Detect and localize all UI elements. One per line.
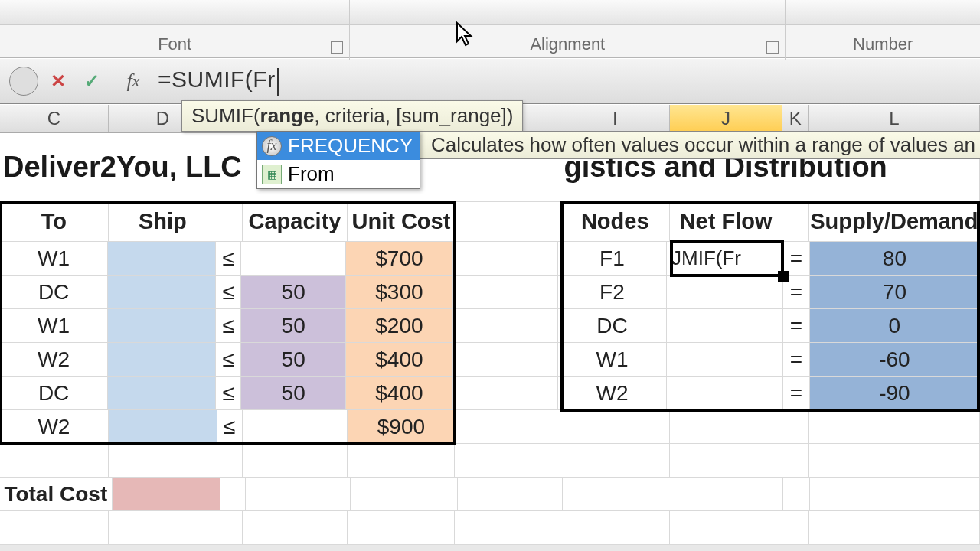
cell-ship[interactable] bbox=[108, 276, 216, 309]
ribbon-group-number: Number bbox=[786, 0, 980, 60]
formula-bar: ✕ ✓ fx =SUMIF(Fr bbox=[0, 58, 980, 104]
cell-le[interactable]: ≤ bbox=[217, 410, 243, 444]
col-header-c[interactable]: C bbox=[0, 105, 109, 132]
cell-cost[interactable]: $300 bbox=[346, 276, 452, 309]
cell-netflow[interactable] bbox=[667, 377, 783, 410]
cell-netflow[interactable] bbox=[667, 309, 783, 343]
col-header-j[interactable]: J bbox=[670, 105, 782, 132]
cell-cost[interactable]: $400 bbox=[346, 377, 452, 410]
cell-to[interactable]: DC bbox=[0, 276, 108, 309]
cell-cap[interactable] bbox=[241, 242, 346, 276]
enter-button[interactable]: ✓ bbox=[78, 67, 106, 95]
hdr-cost[interactable]: Unit Cost bbox=[348, 202, 455, 242]
cell-cap[interactable]: 50 bbox=[241, 377, 346, 410]
cell-le[interactable]: ≤ bbox=[216, 242, 241, 276]
cell-ship[interactable] bbox=[108, 309, 216, 343]
total-cost-cell[interactable] bbox=[113, 478, 220, 511]
autocomplete-description: Calculates how often values occur within… bbox=[420, 131, 980, 159]
col-header-l[interactable]: L bbox=[809, 105, 980, 132]
cell-eq[interactable]: = bbox=[783, 377, 810, 410]
cell-sd[interactable]: -90 bbox=[810, 377, 980, 410]
cell-eq[interactable]: = bbox=[783, 343, 810, 377]
cell-node[interactable]: W1 bbox=[558, 343, 667, 377]
col-header-k[interactable]: K bbox=[782, 105, 809, 132]
cell-cost[interactable]: $400 bbox=[346, 343, 452, 377]
cell-ship[interactable] bbox=[108, 343, 216, 377]
cell-sd[interactable]: 80 bbox=[810, 242, 980, 276]
cell-netflow[interactable] bbox=[667, 343, 783, 377]
cell-cost[interactable]: $900 bbox=[348, 410, 455, 444]
autocomplete-item-from[interactable]: ▦ From bbox=[257, 160, 420, 188]
cell-node[interactable]: F1 bbox=[558, 242, 667, 276]
hdr-eq[interactable] bbox=[782, 202, 809, 242]
ribbon-group-font: Font bbox=[0, 0, 349, 60]
cell-to[interactable]: W2 bbox=[0, 410, 109, 444]
cell-sd[interactable]: 70 bbox=[810, 276, 980, 309]
function-syntax-tooltip: SUMIF(range, criteria, [sum_range]) bbox=[181, 100, 523, 132]
formula-input[interactable]: =SUMIF(Fr bbox=[158, 67, 980, 95]
cell-le[interactable]: ≤ bbox=[216, 276, 241, 309]
autocomplete-label: From bbox=[288, 162, 335, 186]
cell-node[interactable]: DC bbox=[558, 309, 667, 343]
fill-handle[interactable] bbox=[778, 271, 789, 282]
blank-h[interactable] bbox=[455, 202, 560, 242]
hdr-cap[interactable]: Capacity bbox=[243, 202, 348, 242]
cell-le[interactable]: ≤ bbox=[216, 343, 241, 377]
cell-le[interactable]: ≤ bbox=[216, 309, 241, 343]
cell-netflow[interactable] bbox=[667, 276, 783, 309]
formula-text: =SUMIF(Fr bbox=[158, 67, 276, 92]
cancel-button[interactable]: ✕ bbox=[44, 67, 72, 95]
function-icon: fx bbox=[262, 136, 282, 156]
cell-node[interactable]: W2 bbox=[558, 377, 667, 410]
cell-cap[interactable]: 50 bbox=[241, 276, 346, 309]
cell-to[interactable]: W1 bbox=[0, 242, 108, 276]
hdr-netflow[interactable]: Net Flow bbox=[670, 202, 782, 242]
ribbon-group-alignment: Alignment bbox=[349, 0, 786, 60]
autocomplete-label: FREQUENCY bbox=[288, 134, 413, 158]
ribbon: Font Alignment Number bbox=[0, 0, 980, 58]
hdr-le[interactable] bbox=[217, 202, 243, 242]
autocomplete-item-frequency[interactable]: fx FREQUENCY bbox=[257, 132, 420, 160]
dialog-launcher-icon[interactable] bbox=[766, 41, 779, 54]
cell-ship[interactable] bbox=[109, 410, 217, 444]
fx-icon[interactable]: fx bbox=[119, 67, 147, 95]
cell-cap[interactable] bbox=[243, 410, 348, 444]
cell-ship[interactable] bbox=[108, 242, 216, 276]
cell-cost[interactable]: $700 bbox=[346, 242, 452, 276]
hdr-supdem[interactable]: Supply/Demand bbox=[809, 202, 980, 242]
ribbon-label-alignment: Alignment bbox=[530, 25, 605, 57]
hdr-nodes[interactable]: Nodes bbox=[560, 202, 670, 242]
ribbon-label-number: Number bbox=[853, 25, 913, 57]
cell-sd[interactable]: 0 bbox=[810, 309, 980, 343]
cell-cap[interactable]: 50 bbox=[241, 309, 346, 343]
hdr-ship[interactable]: Ship bbox=[109, 202, 217, 242]
cell-sd[interactable]: -60 bbox=[810, 343, 980, 377]
cell-to[interactable]: W1 bbox=[0, 309, 108, 343]
cell-cap[interactable]: 50 bbox=[241, 343, 346, 377]
cell-le[interactable]: ≤ bbox=[216, 377, 241, 410]
cell-to[interactable]: W2 bbox=[0, 343, 108, 377]
dialog-launcher-icon[interactable] bbox=[331, 41, 343, 54]
total-cost-label[interactable]: Total Cost bbox=[0, 478, 113, 511]
cell-ship[interactable] bbox=[108, 377, 216, 410]
autocomplete-list: fx FREQUENCY ▦ From bbox=[256, 131, 420, 189]
cell-to[interactable]: DC bbox=[0, 377, 108, 410]
col-header-i[interactable]: I bbox=[560, 105, 670, 132]
named-range-icon: ▦ bbox=[262, 165, 282, 184]
hdr-to[interactable]: To bbox=[0, 202, 109, 242]
cell-netflow[interactable]: JMIF(Fr bbox=[667, 242, 783, 276]
worksheet-grid[interactable]: C D I J K L Deliver2You, LLC gistics and… bbox=[0, 104, 980, 545]
ribbon-label-font: Font bbox=[158, 25, 191, 57]
cell-cost[interactable]: $200 bbox=[346, 309, 452, 343]
name-box-dropdown[interactable] bbox=[9, 67, 38, 96]
cell-node[interactable]: F2 bbox=[558, 276, 667, 309]
cell-eq[interactable]: = bbox=[783, 309, 810, 343]
